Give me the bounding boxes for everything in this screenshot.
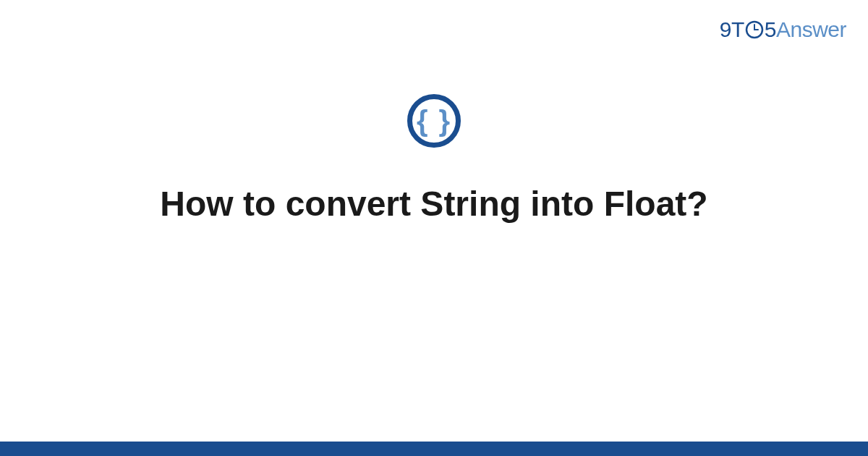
page-title: How to convert String into Float? bbox=[131, 184, 736, 224]
footer-bar bbox=[0, 442, 868, 456]
category-icon-circle: { } bbox=[407, 94, 461, 148]
logo-text-5: 5 bbox=[765, 17, 776, 42]
site-logo: 9T 5 Answer bbox=[720, 17, 846, 42]
main-content: { } How to convert String into Float? bbox=[0, 94, 868, 224]
logo-text-9t: 9T bbox=[720, 17, 744, 42]
code-braces-icon: { } bbox=[417, 106, 451, 135]
logo-text-answer: Answer bbox=[776, 17, 846, 42]
clock-icon bbox=[745, 20, 764, 39]
